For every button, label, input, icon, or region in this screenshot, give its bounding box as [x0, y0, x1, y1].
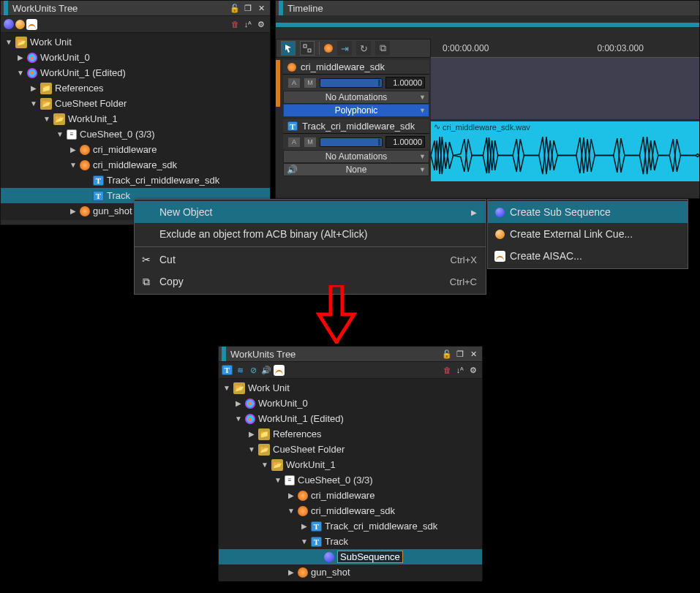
menu-item-create-aisac[interactable]: Create AISAC... [488, 245, 688, 267]
volume-value[interactable] [385, 136, 425, 148]
gear-icon[interactable]: ⚙ [255, 18, 267, 30]
waveform-clip[interactable]: ∿ cri_middleware_sdk.wav [431, 121, 699, 181]
filter-link-icon[interactable]: ⊘ [247, 364, 259, 376]
caret-icon[interactable]: ▶ [30, 84, 37, 92]
tree-row-subsequence[interactable]: ▶ SubSequence [219, 549, 482, 564]
cue-lane[interactable] [431, 58, 699, 119]
tree-row-wu1b[interactable]: ▼ 📂 WorkUnit_1 [219, 457, 482, 472]
caret-icon[interactable]: ▼ [43, 115, 50, 123]
menu-item-exclude[interactable]: Exclude an object from ACB binary (Alt+C… [135, 223, 486, 245]
tree-row-wu0[interactable]: ▶ WorkUnit_0 [1, 50, 270, 65]
tree-row-refs[interactable]: ▶ 📁 References [219, 426, 482, 442]
menu-item-new-object[interactable]: New Object ▶ [135, 201, 486, 223]
tree-row-root[interactable]: ▼ 📂 Work Unit [1, 34, 270, 50]
automation-a-button[interactable]: A [287, 137, 301, 148]
tree-row-track1[interactable]: ▶ T Track_cri_middleware_sdk [219, 518, 482, 534]
tree-row-cue3[interactable]: ▶ gun_shot [219, 564, 482, 580]
volume-slider[interactable] [320, 78, 383, 88]
caret-icon[interactable]: ▶ [287, 491, 295, 499]
window-icon[interactable]: ❐ [454, 348, 466, 360]
tree-row-wu1[interactable]: ▼ WorkUnit_1 (Edited) [219, 411, 482, 426]
tree-row-csfolder[interactable]: ▼ 📂 CueSheet Folder [219, 442, 482, 457]
menu-item-copy[interactable]: ⧉ Copy Ctrl+C [135, 271, 486, 292]
close-icon[interactable]: ✕ [255, 2, 267, 14]
sort-icon[interactable]: ↓ᴬ [454, 364, 466, 376]
filter-sound-icon[interactable] [15, 20, 25, 29]
caret-icon[interactable]: ▶ [301, 522, 308, 530]
caret-icon[interactable]: ▶ [69, 146, 77, 154]
tree-row-root[interactable]: ▼ 📂 Work Unit [219, 380, 482, 396]
filter-track-icon[interactable]: T [222, 365, 233, 375]
pointer-tool-button[interactable] [281, 41, 296, 56]
mute-button[interactable]: M [304, 137, 317, 148]
mute-button[interactable]: M [304, 78, 317, 88]
link-button[interactable]: ⧉ [375, 41, 390, 56]
tree-row-cue2[interactable]: ▼ cri_middleware_sdk [219, 503, 482, 518]
tree-row-csfolder[interactable]: ▼ 📂 CueSheet Folder [1, 96, 270, 111]
filter-audio-icon[interactable]: 🔊 [260, 364, 272, 376]
caret-icon[interactable]: ▼ [17, 69, 24, 77]
tree-row-cue2[interactable]: ▼ cri_middleware_sdk [1, 157, 270, 173]
snap-tool-button[interactable] [300, 41, 315, 56]
caret-icon[interactable]: ▼ [69, 161, 77, 169]
cue-track-header[interactable]: cri_middleware_sdk [283, 60, 429, 75]
loop-button[interactable]: ↻ [356, 41, 371, 56]
close-icon[interactable]: ✕ [467, 348, 479, 360]
filter-aisac-icon[interactable] [274, 365, 285, 376]
caret-icon[interactable]: ▼ [261, 461, 268, 469]
window-icon[interactable]: ❐ [242, 2, 254, 14]
filter-sequence-icon[interactable]: ≋ [234, 364, 246, 376]
polyphonic-dropdown[interactable]: Polyphonic▼ [283, 104, 429, 117]
goto-button[interactable]: ⇥ [337, 41, 352, 56]
trash-icon[interactable]: 🗑 [441, 364, 453, 376]
menu-item-create-sub-sequence[interactable]: Create Sub Sequence [488, 201, 688, 223]
caret-icon[interactable]: ▼ [274, 476, 282, 484]
caret-icon[interactable]: ▶ [248, 430, 255, 438]
subsequence-name-editbox[interactable]: SubSequence [337, 551, 403, 563]
tree-row-cs0[interactable]: ▼ ≡ CueSheet_0 (3/3) [1, 126, 270, 142]
automations-dropdown[interactable]: No Automations▼ [283, 150, 429, 163]
filter-cue-icon[interactable] [4, 19, 14, 29]
tree-row-wu1b[interactable]: ▼ 📂 WorkUnit_1 [1, 111, 270, 126]
caret-icon[interactable]: ▼ [223, 384, 230, 392]
volume-value[interactable] [385, 77, 425, 88]
record-icon[interactable] [324, 44, 333, 53]
tree-row-track1[interactable]: ▶ T Track_cri_middleware_sdk [1, 173, 270, 188]
tree-row-wu1[interactable]: ▼ WorkUnit_1 (Edited) [1, 65, 270, 80]
playback-type-dropdown[interactable]: 🔊 None▼ [283, 163, 429, 176]
volume-slider[interactable] [320, 137, 383, 147]
menu-item-cut[interactable]: ✂ Cut Ctrl+X [135, 249, 486, 271]
unlock-icon[interactable]: 🔓 [229, 2, 241, 14]
caret-icon[interactable]: ▼ [248, 445, 255, 453]
track-header[interactable]: T Track_cri_middleware_sdk [283, 119, 429, 134]
caret-icon[interactable]: ▼ [56, 130, 64, 138]
caret-icon[interactable]: ▼ [235, 415, 242, 423]
tree-view[interactable]: ▼ 📂 Work Unit ▶ WorkUnit_0 ▼ WorkUnit_1 … [219, 379, 482, 581]
tree-view[interactable]: ▼ 📂 Work Unit ▶ WorkUnit_0 ▼ WorkUnit_1 … [1, 33, 270, 220]
filter-aisac-icon[interactable] [26, 19, 37, 30]
caret-icon[interactable]: ▼ [287, 507, 295, 515]
menu-item-create-external-link[interactable]: Create External Link Cue... [488, 223, 688, 245]
tree-row-refs[interactable]: ▶ 📁 References [1, 80, 270, 96]
caret-icon[interactable]: ▼ [30, 99, 37, 107]
track-lane[interactable]: ∿ cri_middleware_sdk.wav [431, 121, 699, 181]
caret-icon[interactable]: ▶ [17, 53, 24, 61]
unlock-icon[interactable]: 🔓 [441, 348, 453, 360]
tree-row-cue1[interactable]: ▶ cri_middleware [1, 142, 270, 157]
automations-dropdown[interactable]: No Automations▼ [283, 91, 429, 104]
caret-icon[interactable]: ▶ [287, 568, 295, 576]
caret-icon[interactable]: ▼ [301, 537, 308, 545]
tree-row-wu0[interactable]: ▶ WorkUnit_0 [219, 396, 482, 411]
trash-icon[interactable]: 🗑 [229, 18, 241, 30]
caret-icon[interactable]: ▶ [69, 207, 77, 215]
tree-row-track2[interactable]: ▼ T Track [219, 534, 482, 549]
tree-row-cue1[interactable]: ▶ cri_middleware [219, 488, 482, 503]
caret-icon[interactable]: ▼ [5, 38, 12, 46]
caret-icon[interactable]: ▶ [235, 399, 242, 407]
toolbar-separator [319, 42, 320, 55]
timeline-ruler[interactable]: 0:00:00.000 0:00:03.000 [431, 39, 699, 58]
gear-icon[interactable]: ⚙ [467, 364, 479, 376]
sort-icon[interactable]: ↓ᴬ [242, 18, 254, 30]
tree-row-cs0[interactable]: ▼ ≡ CueSheet_0 (3/3) [219, 472, 482, 488]
automation-a-button[interactable]: A [287, 78, 301, 88]
